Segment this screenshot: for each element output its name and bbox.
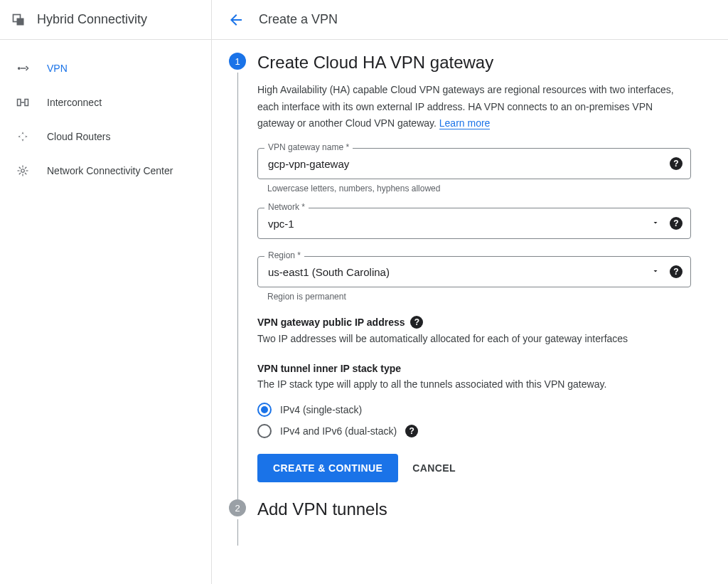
chevron-down-icon — [651, 266, 660, 277]
button-row: CREATE & CONTINUE CANCEL — [257, 454, 711, 482]
region-value: us-east1 (South Carolina) — [268, 266, 390, 278]
stack-type-text: The IP stack type will apply to all the … — [257, 378, 711, 390]
step-1-description: High Availability (HA) capable Cloud VPN… — [257, 82, 691, 132]
sidebar-item-label: Network Connectivity Center — [47, 165, 173, 176]
svg-rect-5 — [25, 100, 28, 106]
sidebar-item-label: Cloud Routers — [47, 131, 111, 142]
step-2-indicator: 2 — [229, 499, 246, 546]
step-2-title: Add VPN tunnels — [257, 499, 711, 520]
public-ip-label-text: VPN gateway public IP address — [257, 317, 405, 328]
help-icon[interactable]: ? — [405, 425, 418, 437]
learn-more-link[interactable]: Learn more — [439, 117, 491, 129]
step-1-indicator: 1 — [229, 53, 246, 499]
step-2: 2 Add VPN tunnels — [229, 499, 711, 546]
radio-dual-label: IPv4 and IPv6 (dual-stack) — [280, 425, 397, 437]
svg-rect-1 — [17, 18, 24, 25]
step-1-title: Create Cloud HA VPN gateway — [257, 53, 711, 73]
sidebar-item-interconnect[interactable]: Interconnect — [0, 85, 211, 120]
step-2-number: 2 — [229, 499, 246, 516]
svg-rect-4 — [18, 100, 21, 106]
stack-type-label: VPN tunnel inner IP stack type — [257, 363, 711, 374]
svg-rect-3 — [21, 68, 26, 69]
vpn-gateway-name-label: VPN gateway name * — [264, 142, 353, 152]
interconnect-icon — [16, 95, 30, 110]
radio-icon-checked — [257, 403, 272, 417]
content: 1 Create Cloud HA VPN gateway High Avail… — [212, 40, 728, 584]
network-value: vpc-1 — [268, 218, 294, 230]
step-1-number: 1 — [229, 53, 246, 70]
public-ip-label: VPN gateway public IP address ? — [257, 316, 711, 329]
sidebar-item-label: Interconnect — [47, 97, 102, 108]
network-select[interactable]: vpc-1 — [257, 208, 691, 239]
step-1: 1 Create Cloud HA VPN gateway High Avail… — [229, 53, 711, 499]
vpn-gateway-name-helper: Lowercase letters, numbers, hyphens allo… — [267, 184, 711, 193]
sidebar-header: Hybrid Connectivity — [0, 0, 211, 40]
region-label: Region * — [264, 250, 304, 260]
page-title: Create a VPN — [259, 12, 338, 27]
sidebar-item-ncc[interactable]: Network Connectivity Center — [0, 154, 211, 188]
main: Create a VPN 1 Create Cloud HA VPN gatew… — [212, 0, 728, 584]
sidebar: Hybrid Connectivity VPN Interconnect Clo… — [0, 0, 212, 584]
network-label: Network * — [264, 202, 309, 212]
region-field: Region * us-east1 (South Carolina) ? — [257, 256, 691, 287]
chevron-down-icon — [651, 218, 660, 229]
cloud-routers-icon — [16, 129, 30, 144]
ncc-icon — [16, 164, 30, 178]
sidebar-title: Hybrid Connectivity — [37, 12, 147, 27]
radio-ipv4[interactable]: IPv4 (single-stack) — [257, 403, 711, 417]
sidebar-item-vpn[interactable]: VPN — [0, 51, 211, 85]
help-icon[interactable]: ? — [670, 265, 682, 278]
step-line — [237, 519, 238, 546]
vpn-icon — [16, 61, 30, 75]
region-select[interactable]: us-east1 (South Carolina) — [257, 256, 691, 287]
svg-line-15 — [25, 167, 26, 169]
region-helper: Region is permanent — [267, 292, 711, 302]
sidebar-item-cloud-routers[interactable]: Cloud Routers — [0, 120, 211, 154]
cancel-button[interactable]: CANCEL — [412, 462, 456, 474]
public-ip-text: Two IP addresses will be automatically a… — [257, 333, 711, 344]
svg-line-13 — [25, 173, 26, 174]
hybrid-connectivity-icon — [11, 13, 26, 27]
svg-line-12 — [19, 167, 21, 169]
main-header: Create a VPN — [212, 0, 728, 40]
network-field: Network * vpc-1 ? — [257, 208, 691, 239]
radio-ipv4-label: IPv4 (single-stack) — [280, 404, 362, 415]
help-icon[interactable]: ? — [410, 316, 423, 329]
svg-point-2 — [18, 67, 21, 70]
step-line — [237, 73, 238, 499]
svg-point-7 — [21, 169, 25, 173]
vpn-gateway-name-field: VPN gateway name * ? — [257, 148, 691, 179]
help-icon[interactable]: ? — [670, 217, 682, 230]
vpn-gateway-name-input[interactable] — [257, 148, 691, 179]
radio-ipv4-ipv6[interactable]: IPv4 and IPv6 (dual-stack) ? — [257, 424, 711, 438]
create-continue-button[interactable]: CREATE & CONTINUE — [257, 454, 398, 482]
sidebar-item-label: VPN — [47, 63, 68, 74]
radio-icon-unchecked — [257, 424, 272, 438]
svg-line-14 — [19, 173, 21, 174]
stack-type-label-text: VPN tunnel inner IP stack type — [257, 363, 401, 374]
back-button[interactable] — [228, 11, 245, 28]
sidebar-nav: VPN Interconnect Cloud Routers Network C… — [0, 40, 211, 188]
svg-rect-6 — [21, 102, 25, 103]
help-icon[interactable]: ? — [670, 157, 682, 170]
